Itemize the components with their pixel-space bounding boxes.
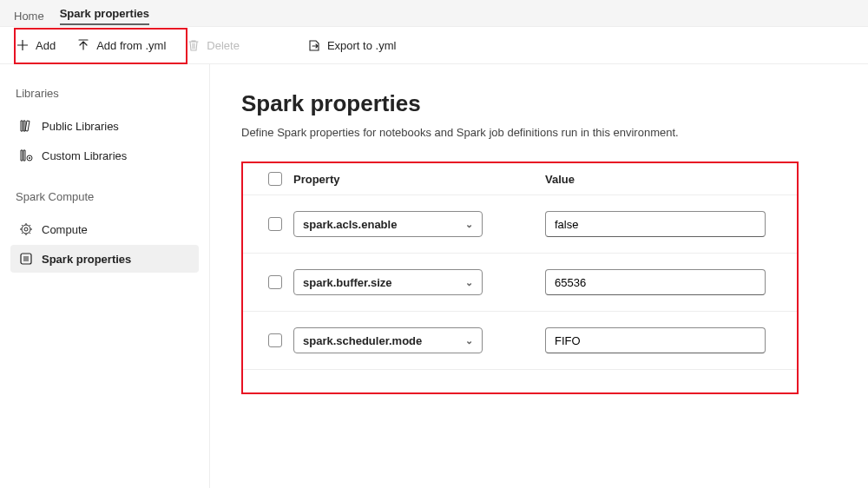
breadcrumb-home[interactable]: Home [14,10,44,23]
table-row: spark.acls.enable ⌄ [243,195,797,254]
svg-point-2 [22,225,30,234]
add-label: Add [36,39,56,52]
gear-icon [19,222,33,236]
sidebar-item-spark-properties[interactable]: Spark properties [10,245,199,273]
sidebar-item-label: Custom Libraries [42,149,127,162]
sidebar-item-label: Public Libraries [42,120,119,133]
svg-point-1 [29,157,30,159]
toolbar: Add Add from .yml Delete Export to .yml [0,26,868,64]
content-area: Libraries Public Libraries Custom Librar… [0,64,868,488]
annotation-highlight-table: Property Value spark.acls.enable ⌄ [241,162,799,394]
property-select-label: spark.buffer.size [303,276,392,289]
property-select[interactable]: spark.acls.enable ⌄ [293,211,483,237]
property-select[interactable]: spark.buffer.size ⌄ [293,269,483,295]
trash-icon [187,38,201,52]
sidebar-heading-spark-compute: Spark Compute [16,190,194,203]
list-icon [19,252,33,266]
row-checkbox[interactable] [268,333,282,347]
page-description: Define Spark properties for notebooks an… [241,126,837,139]
sidebar-item-public-libraries[interactable]: Public Libraries [10,112,199,140]
chevron-down-icon: ⌄ [465,277,473,288]
row-checkbox[interactable] [268,275,282,289]
property-header: Property [293,173,545,186]
sidebar-item-compute[interactable]: Compute [10,215,199,243]
value-input[interactable] [545,269,766,295]
property-select-label: spark.acls.enable [303,218,397,231]
sidebar-item-custom-libraries[interactable]: Custom Libraries [10,142,199,169]
table-row: spark.buffer.size ⌄ [243,254,797,312]
breadcrumb: Home Spark properties [0,0,868,26]
svg-point-3 [24,228,28,231]
select-all-checkbox[interactable] [268,172,282,186]
sidebar-item-label: Compute [42,223,88,236]
books-icon [19,119,33,133]
value-header: Value [545,173,783,186]
add-button[interactable]: Add [16,38,56,52]
plus-icon [16,38,30,52]
page-title: Spark properties [241,90,837,117]
sidebar-item-label: Spark properties [42,253,131,266]
table-row: spark.scheduler.mode ⌄ [243,312,797,370]
add-from-yml-button[interactable]: Add from .yml [76,38,166,52]
property-select-label: spark.scheduler.mode [303,334,422,347]
export-icon [307,38,321,52]
table-header: Property Value [243,163,797,195]
delete-button: Delete [187,38,240,52]
row-checkbox[interactable] [268,217,282,231]
breadcrumb-current[interactable]: Spark properties [60,7,149,25]
value-input[interactable] [545,211,766,237]
books-gear-icon [19,148,33,162]
value-input[interactable] [545,327,766,353]
upload-icon [76,38,90,52]
chevron-down-icon: ⌄ [465,219,473,230]
export-yml-label: Export to .yml [327,39,396,52]
sidebar-heading-libraries: Libraries [16,87,194,100]
sidebar: Libraries Public Libraries Custom Librar… [0,64,210,488]
properties-table: Property Value spark.acls.enable ⌄ [243,163,797,392]
delete-label: Delete [207,39,240,52]
main: Spark properties Define Spark properties… [210,64,868,488]
export-yml-button[interactable]: Export to .yml [307,38,396,52]
property-select[interactable]: spark.scheduler.mode ⌄ [293,327,483,353]
chevron-down-icon: ⌄ [465,335,473,346]
add-from-yml-label: Add from .yml [96,39,166,52]
